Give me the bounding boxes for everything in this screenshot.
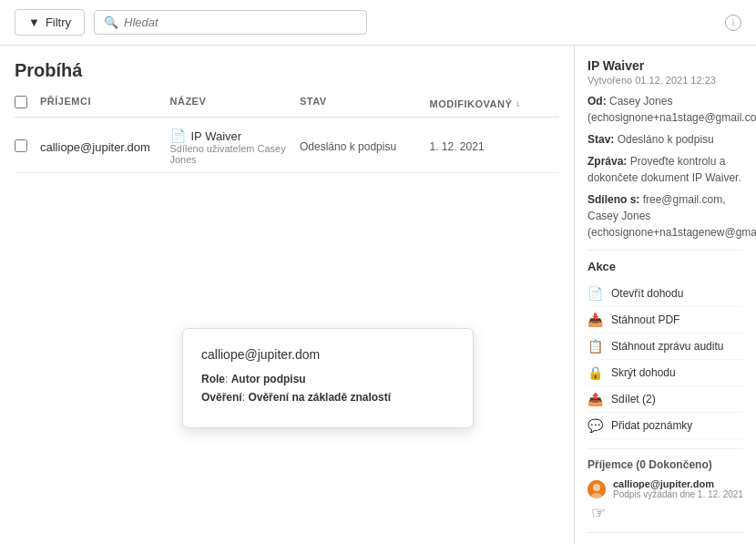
- download-pdf-icon: 📥: [587, 313, 604, 327]
- search-icon: 🔍: [104, 15, 118, 29]
- th-status: Stav: [300, 96, 430, 111]
- recipient-email: calliope@jupiter.dom: [613, 478, 743, 489]
- recipient-date: Podpis vyžádán dne 1. 12. 2021: [613, 489, 743, 499]
- divider-2: [587, 448, 743, 449]
- cell-name: 📄 IP Waiver Sdíleno uživatelem Casey Jon…: [170, 128, 301, 165]
- search-box: 🔍: [94, 10, 367, 35]
- divider-1: [587, 250, 743, 251]
- recipient-info: calliope@jupiter.dom Podpis vyžádán dne …: [613, 478, 743, 499]
- doc-icon: 📄: [170, 128, 186, 143]
- detail-message: Zpráva: Proveďte kontrolu a dokončete do…: [587, 153, 743, 186]
- open-icon: 📄: [587, 286, 604, 301]
- notes-icon: 💬: [587, 418, 604, 433]
- info-icon[interactable]: i: [725, 15, 741, 31]
- select-all-checkbox[interactable]: [15, 96, 27, 108]
- action-notes[interactable]: 💬 Přidat poznámky: [587, 413, 743, 439]
- tooltip-email: calliope@jupiter.dom: [201, 347, 455, 362]
- section-title: Probíhá: [15, 60, 559, 81]
- audit-icon: 📋: [587, 339, 604, 354]
- th-modified[interactable]: Modifikovaný ↓: [430, 96, 560, 111]
- cursor-icon: ☞: [587, 503, 743, 523]
- th-name: Název: [170, 96, 301, 111]
- th-recipients: Příjemci: [40, 96, 170, 111]
- divider-3: [587, 532, 743, 533]
- cell-status: Odesláno k podpisu: [300, 140, 430, 153]
- action-share[interactable]: 📤 Sdílet (2): [587, 386, 743, 413]
- actions-title: Akce: [587, 260, 743, 273]
- detail-from: Od: Casey Jones (echosignone+na1stage@gm…: [587, 93, 743, 126]
- action-notes-label: Přidat poznámky: [611, 419, 692, 432]
- recipient-item: calliope@jupiter.dom Podpis vyžádán dne …: [587, 478, 743, 499]
- recipients-section: Příjemce (0 Dokončeno) calliope@jupiter.…: [587, 458, 743, 523]
- sort-icon: ↓: [516, 98, 521, 108]
- filter-icon: ▼: [28, 15, 40, 29]
- action-hide[interactable]: 🔒 Skrýt dohodu: [587, 360, 743, 386]
- search-input[interactable]: [124, 15, 357, 29]
- main-layout: Probíhá Příjemci Název Stav Modifikovaný…: [0, 46, 756, 544]
- tooltip-role: Role: Autor podpisu: [201, 373, 455, 385]
- row-checkbox[interactable]: [15, 139, 27, 152]
- action-download-pdf-label: Stáhnout PDF: [611, 313, 679, 326]
- detail-status: Stav: Odesláno k podpisu: [587, 131, 743, 148]
- recipients-title: Příjemce (0 Dokončeno): [587, 458, 743, 471]
- detail-shared: Sdíleno s: free@gmail.com, Casey Jones (…: [587, 191, 743, 241]
- action-open[interactable]: 📄 Otevřít dohodu: [587, 281, 743, 307]
- detail-created: Vytvořeno 01.12. 2021 12:23: [587, 75, 743, 86]
- cell-date: 1. 12. 2021: [430, 140, 560, 153]
- filter-button[interactable]: ▼ Filtry: [15, 9, 85, 36]
- tooltip-verify: Ověření: Ověření na základě znalostí: [201, 391, 455, 404]
- table-header: Příjemci Název Stav Modifikovaný ↓: [15, 96, 559, 118]
- avatar-icon: [587, 480, 606, 498]
- left-panel: Probíhá Příjemci Název Stav Modifikovaný…: [0, 46, 574, 544]
- right-panel: IP Waiver Vytvořeno 01.12. 2021 12:23 Od…: [574, 46, 756, 544]
- action-hide-label: Skrýt dohodu: [611, 366, 676, 379]
- hide-icon: 🔒: [587, 365, 604, 380]
- action-audit[interactable]: 📋 Stáhnout zprávu auditu: [587, 334, 743, 360]
- filter-label: Filtry: [46, 15, 71, 29]
- table-row[interactable]: calliope@jupiter.dom 📄 IP Waiver Sdíleno…: [15, 121, 559, 173]
- cell-recipient: calliope@jupiter.dom: [40, 140, 170, 154]
- action-open-label: Otevřít dohodu: [611, 287, 683, 300]
- detail-title: IP Waiver: [587, 58, 743, 73]
- share-icon: 📤: [587, 392, 604, 406]
- top-bar: ▼ Filtry 🔍 i: [0, 0, 756, 46]
- tooltip-popup: calliope@jupiter.dom Role: Autor podpisu…: [182, 328, 474, 428]
- svg-point-1: [593, 484, 600, 491]
- action-download-pdf[interactable]: 📥 Stáhnout PDF: [587, 307, 743, 334]
- action-share-label: Sdílet (2): [611, 393, 656, 405]
- action-audit-label: Stáhnout zprávu auditu: [611, 340, 723, 353]
- recipient-avatar: [587, 480, 606, 498]
